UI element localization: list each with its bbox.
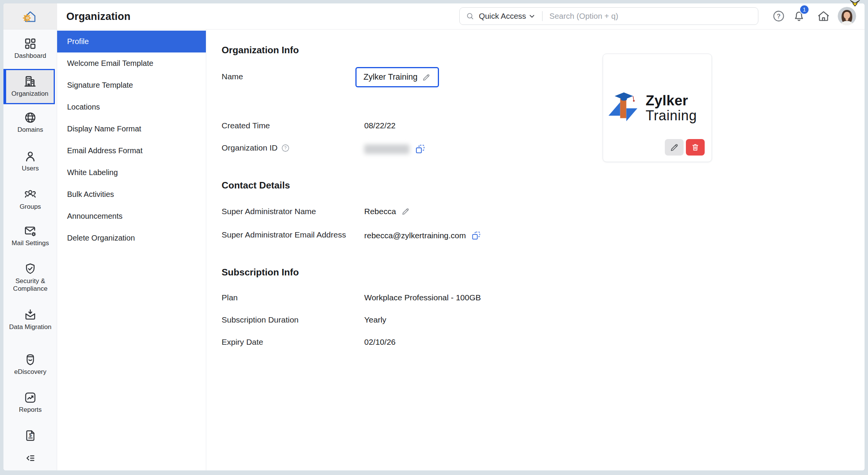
organization-logo-card: Zylker Training (603, 54, 712, 162)
organization-name-field[interactable]: Zylker Training (355, 67, 439, 87)
organization-settings-menu: Profile Welcome Email Template Signature… (57, 29, 206, 470)
super-admin-name-value: Rebecca (364, 207, 396, 216)
page-title: Organization (66, 11, 130, 23)
super-admin-email-value: rebecca@zylkertraining.com (364, 231, 466, 240)
menu-item-profile[interactable]: Profile (57, 31, 206, 52)
sidebar-item-security-compliance[interactable]: Security & Compliance (3, 262, 57, 293)
brand-name-line2: Training (646, 108, 697, 123)
menu-item-bulk-activities[interactable]: Bulk Activities (57, 183, 206, 205)
svg-text:?: ? (284, 146, 286, 150)
top-header: Organization Quick Access ? (57, 3, 865, 29)
name-label: Name (222, 72, 243, 81)
users-icon (24, 150, 37, 163)
quick-access-dropdown[interactable]: Quick Access (479, 11, 534, 21)
security-shield-icon (24, 262, 37, 275)
profile-content: Organization Info Name Zylker Training C… (207, 29, 865, 470)
section-heading-subscription-info: Subscription Info (222, 267, 299, 278)
menu-item-welcome-email-template[interactable]: Welcome Email Template (57, 52, 206, 74)
edit-name-pencil-icon[interactable] (422, 73, 431, 82)
organization-name-value: Zylker Training (363, 72, 418, 82)
organization-id-label: Organization ID ? (222, 143, 290, 152)
sidebar-item-users[interactable]: Users (3, 150, 57, 172)
edit-logo-button[interactable] (665, 139, 684, 156)
sidebar-item-groups[interactable]: Groups (3, 188, 57, 211)
plan-label: Plan (222, 293, 238, 302)
menu-item-locations[interactable]: Locations (57, 96, 206, 118)
menu-item-announcements[interactable]: Announcements (57, 205, 206, 227)
subscription-duration-value: Yearly (364, 315, 386, 324)
sidebar-item-mail-settings[interactable]: Mail Settings (3, 224, 57, 247)
ediscovery-icon (24, 353, 37, 366)
delete-logo-trash-icon (690, 142, 700, 152)
home-icon (817, 10, 830, 23)
data-migration-icon (24, 308, 37, 321)
brand-name-line1: Zylker (646, 93, 697, 108)
help-button[interactable]: ? (772, 10, 785, 24)
organization-id-redacted-value (364, 144, 409, 154)
expiry-date-value: 02/10/26 (364, 337, 396, 347)
user-avatar[interactable] (838, 7, 856, 25)
domains-globe-icon (24, 111, 37, 124)
copy-org-id-icon[interactable] (414, 143, 426, 155)
delete-logo-button[interactable] (686, 139, 705, 156)
sidebar-item-domains[interactable]: Domains (3, 111, 57, 134)
created-time-value: 08/22/22 (364, 121, 396, 130)
dashboard-icon (24, 37, 37, 50)
svg-text:$: $ (29, 432, 31, 438)
sidebar-item-data-migration[interactable]: Data Migration (3, 308, 57, 331)
double-chevron-down-icon (848, 0, 862, 7)
section-heading-contact-details: Contact Details (222, 180, 290, 191)
search-icon (466, 12, 474, 20)
copy-email-icon[interactable] (471, 230, 482, 241)
notification-count-badge: 1 (799, 5, 809, 15)
svg-text:?: ? (777, 13, 781, 20)
global-search-bar[interactable]: Quick Access (459, 7, 758, 25)
app-window: Dashboard Organization Domains (3, 3, 865, 470)
menu-item-white-labeling[interactable]: White Labeling (57, 162, 206, 183)
organization-icon (23, 74, 37, 88)
subscription-duration-label: Subscription Duration (222, 315, 299, 324)
billing-document-icon: $ (24, 429, 37, 442)
sidebar-item-dashboard[interactable]: Dashboard (3, 37, 57, 60)
expiry-date-label: Expiry Date (222, 337, 263, 347)
menu-item-display-name-format[interactable]: Display Name Format (57, 118, 206, 140)
org-id-help-icon[interactable]: ? (281, 144, 290, 152)
menu-item-email-address-format[interactable]: Email Address Format (57, 140, 206, 162)
created-time-label: Created Time (222, 121, 270, 130)
super-admin-name-label: Super Administrator Name (222, 207, 316, 216)
help-icon: ? (772, 10, 785, 23)
menu-item-delete-organization[interactable]: Delete Organization (57, 227, 206, 249)
section-heading-organization-info: Organization Info (222, 45, 299, 56)
sidebar-item-organization[interactable]: Organization (5, 69, 55, 104)
search-divider (542, 11, 542, 21)
reports-icon (24, 391, 37, 404)
edit-admin-name-pencil-icon[interactable] (401, 207, 410, 216)
sidebar-collapse-button[interactable] (3, 452, 57, 464)
menu-item-signature-template[interactable]: Signature Template (57, 74, 206, 96)
zylker-training-logo-graphic (607, 88, 641, 128)
groups-icon (24, 188, 37, 201)
home-button[interactable] (817, 10, 830, 24)
mail-settings-icon (24, 224, 37, 238)
super-admin-email-label: Super Administrator Email Address (222, 230, 346, 239)
organization-logo: Zylker Training (607, 88, 697, 128)
plan-value: Workplace Professional - 100GB (364, 293, 481, 302)
screen-edge-chevron-indicator (848, 0, 862, 8)
avatar-photo (838, 7, 856, 25)
sidebar-item-billing[interactable]: $ (3, 429, 57, 442)
search-input[interactable] (549, 11, 752, 21)
app-logo[interactable] (3, 3, 57, 29)
main-sidebar: Dashboard Organization Domains (3, 3, 57, 470)
collapse-sidebar-icon (24, 452, 36, 464)
sidebar-item-ediscovery[interactable]: eDiscovery (3, 353, 57, 376)
sidebar-item-reports[interactable]: Reports (3, 391, 57, 414)
chevron-down-icon (529, 15, 534, 18)
admin-console-logo-icon (20, 7, 40, 26)
edit-logo-pencil-icon (669, 142, 679, 152)
